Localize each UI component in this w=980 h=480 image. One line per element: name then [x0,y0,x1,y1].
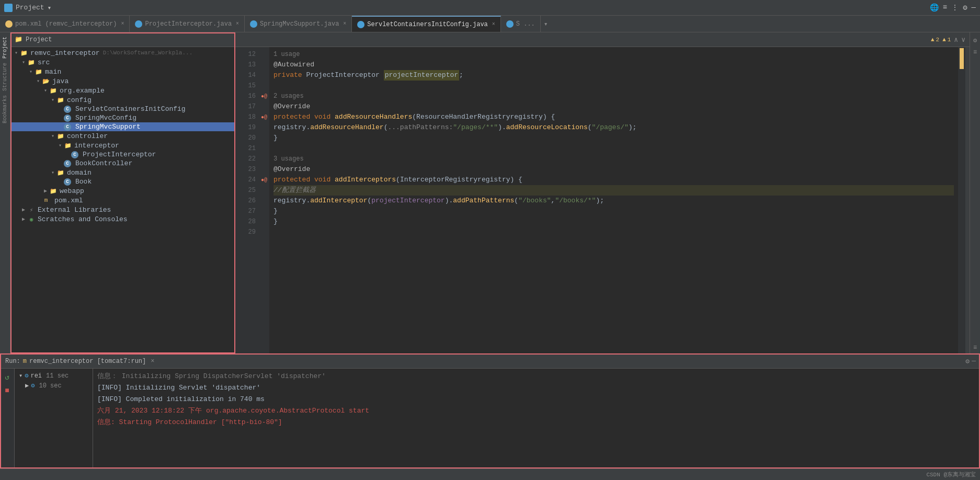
status-bar: CSDN @东离与湘宝 [0,468,980,480]
tree-item-remvc[interactable]: ▾ 📁 remvc_interceptor D:\WorkSoftware_Wo… [10,48,235,58]
bottom-minimize-icon[interactable]: — [972,357,976,365]
controller-label: controller [67,132,108,140]
scratches-label: Scratches and Consoles [38,215,128,223]
right-strip-icon3[interactable]: ≡ [971,342,979,353]
tree-item-book[interactable]: C Book [10,177,235,186]
tree-item-domain[interactable]: ▾ 📁 domain [10,168,235,177]
tree-item-config[interactable]: ▾ 📁 config [10,95,235,105]
settings-icon[interactable]: ⚙ [963,3,967,12]
tree-item-scratches[interactable]: ▶ ◉ Scratches and Consoles [10,214,235,224]
bottom-settings-icon[interactable]: ⚙ [965,357,970,365]
tab-project-interceptor[interactable]: ProjectInterceptor.java × [130,16,245,32]
tab-more[interactable]: S ... [501,16,541,32]
tree-item-controller[interactable]: ▾ 📁 controller [10,131,235,141]
tree-item-interceptor-folder[interactable]: ▾ 📁 interceptor [10,141,235,150]
code-container: 12 13 14 15 16 17 18 19 20 21 22 23 24 2… [235,47,970,353]
error-count: 1 [948,37,951,43]
gutter-24[interactable]: ●@ [259,175,269,185]
code-line-27: } [274,206,954,216]
align-icon[interactable]: ⋮ [951,3,959,12]
tree-item-springmvcsupport[interactable]: C SpringMvcSupport [10,122,235,131]
tab-pom-close[interactable]: × [121,21,124,27]
right-strip-icon1[interactable]: ⚙ [971,35,979,47]
list-icon[interactable]: ≡ [943,3,947,12]
webapp-folder-icon: 📁 [49,187,58,195]
gutter-23 [259,164,269,175]
editor-area: ▲ 2 ▲ 1 ∧ ∨ 12 13 14 15 16 17 18 19 20 [235,32,970,353]
restart-btn[interactable]: ↺ [2,372,13,382]
tree-item-projectinterceptor[interactable]: C ProjectInterceptor [10,150,235,159]
tab-bar: pom.xml (remvc_interceptor) × ProjectInt… [0,16,980,32]
structure-strip-item[interactable]: Structure [1,61,9,93]
tab-projectinterceptor-label: ProjectInterceptor.java [145,20,232,28]
domain-label: domain [67,169,92,177]
minimize-icon[interactable]: — [972,3,976,12]
servletcontainersinitconfig-icon [357,21,364,28]
tree-item-external-libs[interactable]: ▶ ⚡ External Libraries [10,205,235,214]
gutter-16[interactable]: ●@ [259,91,269,101]
book-label: Book [75,178,92,186]
project-panel-title: Project [26,36,52,43]
run-tab-label[interactable]: Run: m remvc_interceptor [tomcat7:run] × [0,354,159,368]
tree-arrow-org-example: ▾ [42,87,49,94]
code-line-19: registry. addResourceHandler ( ...pathPa… [274,122,954,133]
code-content[interactable]: 1 usage @Autowired private ProjectInterc… [269,47,958,353]
interceptor-folder-label: interceptor [74,142,119,150]
log-line-0: 信息： Initializing Spring DispatcherServle… [97,371,976,382]
nav-up-btn[interactable]: ∧ [954,36,958,44]
tab-servletcontainersinitconfig-close[interactable]: × [492,21,495,27]
tree-item-springmvcconfig[interactable]: C SpringMvcConfig [10,113,235,122]
code-line-24: protected void addInterceptors ( Interce… [274,175,954,185]
tab-more-icon [506,20,514,28]
project-strip-item[interactable]: Project [1,35,9,61]
gutter-14 [259,70,269,81]
tree-item-org-example[interactable]: ▾ 📁 org.example [10,86,235,95]
warnings-badge: ▲ 2 [931,37,939,43]
gutter-18[interactable]: ●@ [259,112,269,122]
project-label: Project [16,4,44,12]
tree-item-main[interactable]: ▾ 📁 main [10,67,235,76]
tab-springmvcsupport[interactable]: SpringMvcSupport.java × [245,16,352,32]
src-folder-icon: 📁 [27,58,36,66]
tree-arrow-main: ▾ [27,68,35,75]
bookmarks-strip-item[interactable]: Bookmarks [1,93,9,125]
projectinterceptor-java-icon: C [71,151,78,158]
right-strip-icon2[interactable]: ≡ [971,47,979,58]
springmvcconfig-label: SpringMvcConfig [75,114,136,122]
title-bar: Project ▾ 🌐 ≡ ⋮ ⚙ — [0,0,980,16]
gutter-29 [259,227,269,237]
gutter-20 [259,133,269,143]
code-line-16: 2 usages [274,91,954,101]
run-close-btn[interactable]: × [151,358,154,365]
tab-projectinterceptor-close[interactable]: × [236,21,239,27]
dropdown-arrow[interactable]: ▾ [48,4,52,12]
code-line-26: registry. addInterceptor ( projectInterc… [274,196,954,206]
warning-marker [960,48,964,69]
external-libs-label: External Libraries [38,206,111,214]
config-folder-icon: 📁 [56,96,65,104]
right-strip: ⚙ ≡ ≡ [970,32,980,353]
tree-item-bookcontroller[interactable]: C BookController [10,159,235,168]
springmvcsupport-icon [250,20,257,28]
tree-item-src[interactable]: ▾ 📁 src [10,58,235,67]
tab-servletcontainersinitconfig[interactable]: ServletContainersInitConfig.java × [352,16,500,32]
globe-icon[interactable]: 🌐 [930,3,939,12]
java-label: java [52,77,69,85]
app-logo [4,4,13,12]
log-tree-item-sub[interactable]: ▶ ⚙ 10 sec [17,381,90,391]
editor-scrollbar[interactable] [965,47,970,353]
log-area[interactable]: 信息： Initializing Spring DispatcherServle… [93,369,980,468]
bookcontroller-label: BookController [75,159,132,167]
tab-overflow[interactable]: ▾ [541,16,551,32]
tree-item-java[interactable]: ▾ 📂 java [10,76,235,86]
code-line-17: @Override [274,101,954,112]
stop-btn red[interactable]: ■ [2,385,13,396]
tree-item-servlet[interactable]: C ServletContainersInitConfig [10,105,235,113]
tree-item-pom[interactable]: m pom.xml [10,196,235,205]
nav-down-btn[interactable]: ∨ [961,36,965,44]
tab-springmvcsupport-close[interactable]: × [343,21,346,27]
log-tree-item-rei[interactable]: ▾ ⚙ rei 11 sec [17,371,90,381]
tree-item-webapp[interactable]: ▶ 📁 webapp [10,186,235,196]
tab-pom[interactable]: pom.xml (remvc_interceptor) × [0,16,130,32]
tree-arrow-config: ▾ [49,97,56,103]
